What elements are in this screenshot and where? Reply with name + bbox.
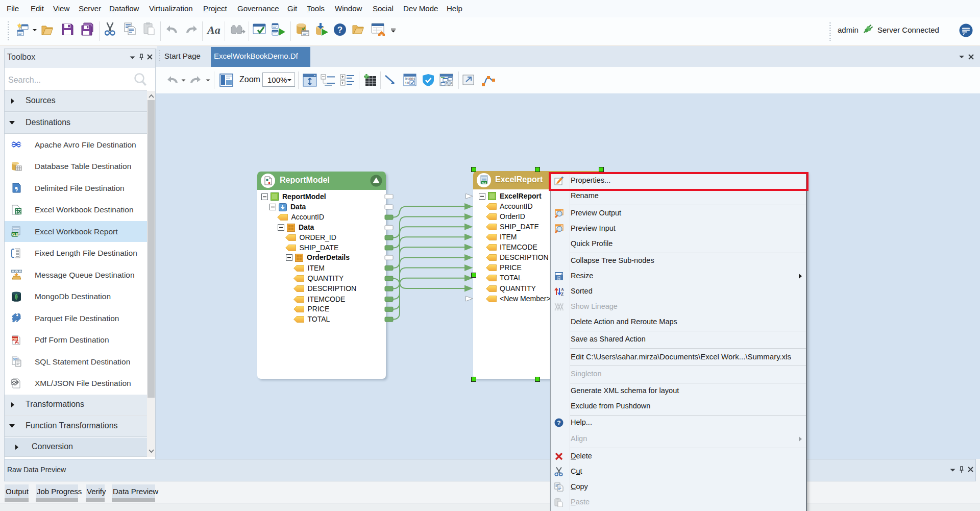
svg-text:?: ?: [557, 420, 560, 427]
svg-text:A: A: [561, 287, 564, 292]
svg-text:Z: Z: [561, 292, 564, 296]
